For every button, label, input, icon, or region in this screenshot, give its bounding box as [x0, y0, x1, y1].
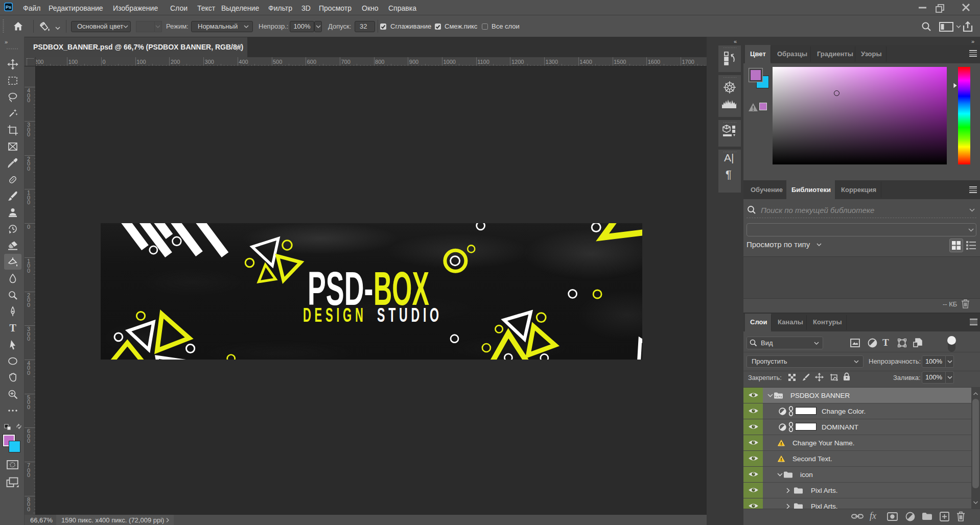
svg-text:Ps: Ps: [6, 5, 11, 10]
svg-text:T: T: [10, 322, 17, 333]
